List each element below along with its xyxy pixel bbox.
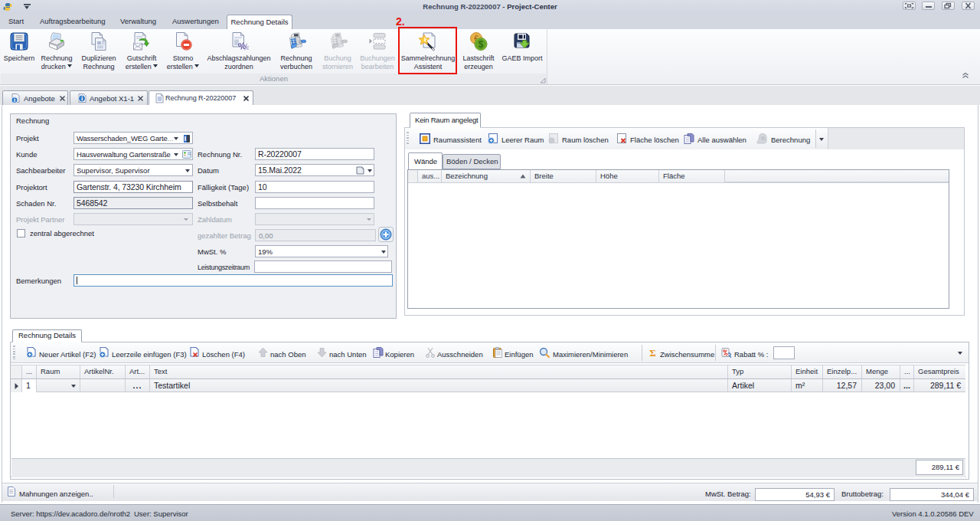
svg-text:i: i: [14, 97, 15, 103]
svg-text:Σ: Σ: [649, 347, 656, 358]
svg-text:$: $: [479, 39, 484, 50]
